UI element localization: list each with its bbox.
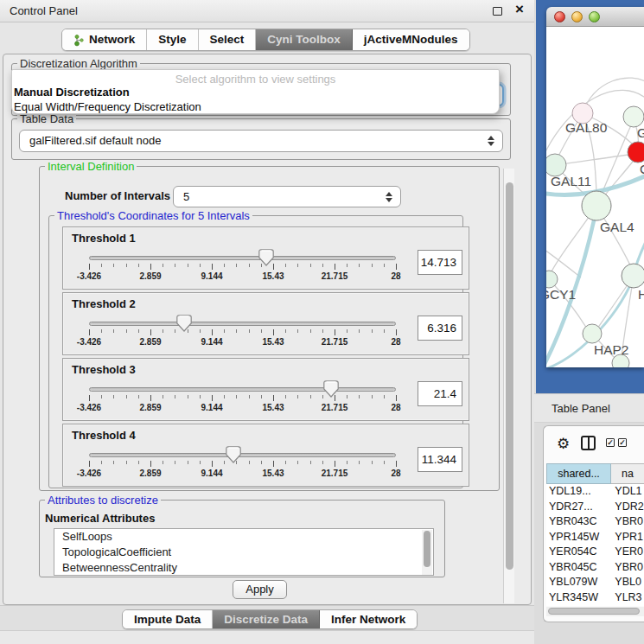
tick-label: 15.43 [262, 271, 284, 281]
tab-style[interactable]: Style [147, 29, 198, 50]
tick-mark [200, 461, 201, 464]
mac-minimize-icon[interactable] [571, 11, 583, 22]
table-row[interactable]: YIL052CYIL0 [546, 605, 644, 606]
tick-mark [322, 264, 323, 267]
attribute-item[interactable]: BetweennessCentrality [54, 560, 433, 576]
slider-track[interactable] [89, 387, 396, 392]
algorithm-option[interactable]: Manual Discretization [14, 86, 130, 99]
split-columns-icon[interactable] [581, 436, 596, 450]
tick-mark [200, 395, 201, 399]
network-node-label: H [638, 287, 644, 302]
tick-label: 15.43 [262, 337, 284, 347]
tick-label: 21.715 [322, 469, 348, 478]
bottom-tab-group: Impute DataDiscretize DataInfer Network [122, 609, 418, 629]
table-column-header[interactable]: shared... [546, 463, 611, 484]
network-node [583, 324, 602, 343]
tab-label: Select [210, 29, 245, 50]
attribute-item[interactable]: TopologicalCoefficient [54, 545, 433, 560]
tick-label: 28 [391, 337, 400, 347]
interval-definition-title: Interval Definition [45, 160, 137, 173]
control-panel-titlebar: Control Panel × [0, 0, 534, 22]
tick-mark [347, 264, 348, 267]
slider-thumb[interactable] [176, 315, 192, 332]
slider-thumb[interactable] [258, 249, 274, 266]
table-row[interactable]: YLR345WYLR3 [546, 590, 644, 606]
table-cell: YBR0 [611, 560, 644, 576]
threshold-value-field[interactable]: 11.344 [418, 447, 462, 472]
table-horizontal-scrollbar[interactable] [546, 607, 644, 616]
slider-track[interactable] [89, 322, 396, 326]
table-cell: YBL079W [546, 575, 611, 590]
panel-scrollbar-thumb[interactable] [506, 182, 513, 570]
table-row[interactable]: YBR043CYBR0 [546, 514, 644, 530]
table-data-combo[interactable]: galFiltered.sif default node [19, 130, 503, 152]
tick-label: 9.144 [201, 403, 222, 412]
tick-label: 28 [391, 403, 400, 412]
tick-mark [372, 264, 373, 267]
table-row[interactable]: YER054CYER0 [546, 545, 644, 560]
algorithm-popup-hint: Select algorithm to view settings [12, 73, 499, 86]
slider-track[interactable] [89, 256, 396, 260]
table-row[interactable]: YPR145WYPR1 [546, 530, 644, 545]
apply-button[interactable]: Apply [233, 580, 287, 599]
close-icon[interactable]: × [515, 1, 524, 18]
tab-cyni-toolbox[interactable]: Cyni Toolbox [256, 29, 353, 50]
mac-zoom-icon[interactable] [589, 11, 600, 22]
tick-mark [359, 264, 360, 267]
tab-impute-data[interactable]: Impute Data [123, 610, 213, 628]
tick-mark [396, 461, 397, 467]
tab-select[interactable]: Select [199, 29, 257, 50]
network-window-titlebar[interactable] [546, 7, 644, 27]
tab-network[interactable]: Network [62, 29, 147, 50]
checkbox-icon[interactable]: ✓ [606, 438, 615, 447]
algorithm-option[interactable]: Equal Width/Frequency Discretization [14, 100, 201, 113]
table-row[interactable]: YDL19...YDL1 [546, 484, 644, 500]
threshold-value-field[interactable]: 6.316 [418, 316, 462, 341]
tab-infer-network[interactable]: Infer Network [320, 610, 417, 628]
panel-scrollbar[interactable] [503, 169, 514, 603]
network-node [623, 106, 644, 127]
slider-ticks [89, 329, 396, 336]
numerical-attributes-label: Numerical Attributes [45, 512, 155, 525]
tick-mark [212, 461, 213, 467]
slider-thumb[interactable] [226, 446, 241, 463]
tick-mark [212, 264, 213, 270]
threshold-value-field[interactable]: 21.4 [418, 381, 462, 406]
tick-mark [101, 329, 102, 333]
attribute-item[interactable]: SelfLoops [54, 529, 433, 545]
tick-mark [188, 264, 188, 267]
tick-label: 21.715 [322, 337, 348, 347]
gear-icon[interactable]: ⚙ [557, 435, 570, 452]
table-data-title: Table Data [17, 112, 76, 125]
table-rows: YDL19...YDL1YDR27...YDR2YBR043CYBR0YPR14… [546, 484, 644, 606]
tick-mark [322, 461, 323, 464]
numerical-attributes-list[interactable]: SelfLoopsTopologicalCoefficientBetweenne… [54, 528, 434, 576]
slider-track[interactable] [89, 453, 396, 457]
right-panel-area: GAL80GACGAL11GAL4GCY1HHAP2 Table Panel ⚙… [534, 0, 644, 644]
tab-jactivemnodules[interactable]: jActiveMNodules [353, 29, 469, 50]
number-of-intervals-spinner[interactable]: 5 [173, 186, 401, 207]
table-row[interactable]: YBL079WYBL0 [546, 575, 644, 590]
table-panel-title: Table Panel [552, 402, 610, 415]
tick-label: -3.426 [77, 271, 101, 281]
tab-discretize-data[interactable]: Discretize Data [213, 610, 320, 628]
threshold-value-field[interactable]: 14.713 [418, 250, 462, 275]
network-node [546, 271, 558, 288]
network-node [622, 264, 644, 288]
float-window-icon[interactable] [493, 7, 502, 16]
combo-arrows-icon [488, 135, 494, 147]
mac-close-icon[interactable] [554, 11, 565, 22]
attributes-scrollbar[interactable] [422, 530, 432, 576]
checkbox-icon[interactable]: ✓ [618, 438, 627, 447]
table-column-header[interactable]: na [611, 463, 644, 484]
tick-mark [200, 329, 201, 333]
attributes-scrollbar-thumb[interactable] [424, 531, 430, 567]
tick-mark [335, 329, 335, 335]
tick-mark [113, 395, 114, 399]
table-hscrollbar-thumb[interactable] [548, 608, 640, 615]
network-canvas[interactable]: GAL80GACGAL11GAL4GCY1HHAP2 [546, 27, 644, 367]
network-view-window[interactable]: GAL80GACGAL11GAL4GCY1HHAP2 [536, 0, 644, 393]
table-row[interactable]: YDR27...YDR2 [546, 500, 644, 515]
table-row[interactable]: YBR045CYBR0 [546, 560, 644, 576]
slider-thumb[interactable] [323, 380, 339, 398]
